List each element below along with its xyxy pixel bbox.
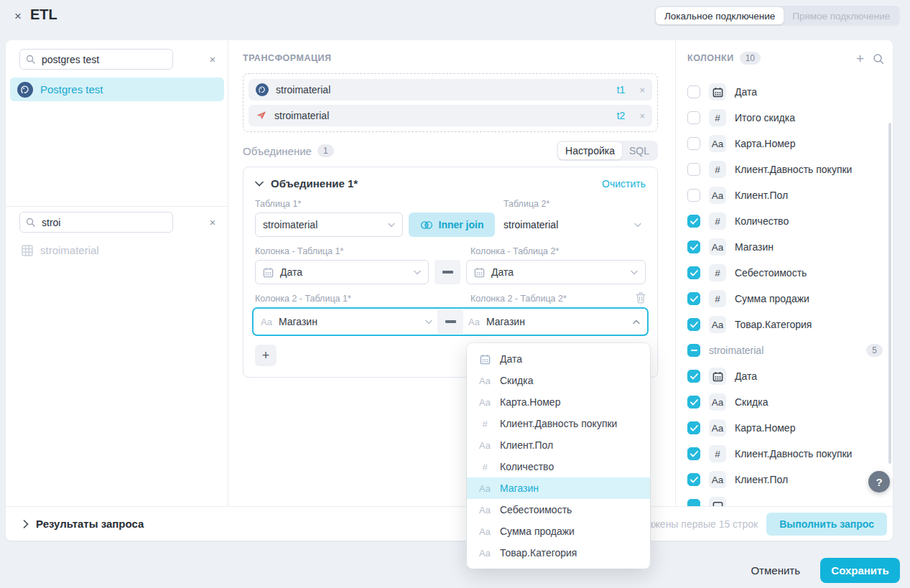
- column-row: Aa Клиент.Пол: [676, 182, 893, 208]
- chevron-down-icon: [388, 223, 395, 228]
- checkbox[interactable]: [687, 85, 700, 98]
- dropdown-item[interactable]: Aa Скидка: [467, 370, 650, 391]
- calendar-icon: [478, 354, 491, 365]
- tab-direct-connection[interactable]: Прямое подключение: [784, 7, 899, 24]
- transform-table-name: stroimaterial: [276, 84, 330, 95]
- string-type-icon: Aa: [709, 393, 726, 411]
- transform-table-row[interactable]: stroimaterial t2 ×: [249, 105, 652, 126]
- column2-table1-select[interactable]: Aa Магазин: [256, 310, 437, 333]
- string-type-icon: Aa: [468, 317, 480, 327]
- chevron-down-icon[interactable]: [255, 181, 264, 187]
- dropdown-item-label: Клиент.Пол: [500, 439, 553, 451]
- column1-table1-select[interactable]: Дата: [255, 260, 429, 284]
- connection-search[interactable]: [19, 49, 173, 70]
- checkbox[interactable]: [687, 473, 700, 486]
- tab-settings[interactable]: Настройка: [558, 142, 622, 159]
- chevron-down-icon: [631, 270, 638, 275]
- column-group-row: stroimaterial 5: [676, 337, 893, 363]
- dropdown-item[interactable]: # Клиент.Давность покупки: [467, 413, 650, 434]
- remove-table-icon[interactable]: ×: [639, 85, 645, 95]
- delete-condition-icon[interactable]: [636, 292, 646, 304]
- table-item-stroimaterial[interactable]: stroimaterial: [22, 244, 99, 256]
- tab-local-connection[interactable]: Локальное подключение: [656, 7, 784, 24]
- calendar-icon: [474, 267, 485, 278]
- column-row: # Итого скидка: [676, 105, 893, 131]
- dropdown-item-label: Скидка: [500, 375, 533, 386]
- run-query-button[interactable]: Выполнить запрос: [766, 513, 887, 536]
- dropdown-item-selected[interactable]: Aa Магазин: [467, 477, 650, 499]
- save-button[interactable]: Сохранить: [820, 558, 900, 583]
- checkbox[interactable]: [687, 266, 700, 279]
- join-section-label: Объединение: [243, 145, 312, 157]
- column1-table2-value: Дата: [491, 266, 514, 278]
- column-row: Aa Карта.Номер: [676, 415, 893, 441]
- column-label: Дата: [735, 370, 757, 382]
- scrollbar-thumb[interactable]: [888, 123, 891, 464]
- dropdown-item[interactable]: Aa Сумма продажи: [467, 521, 650, 542]
- group-count-badge: 5: [866, 344, 883, 357]
- checkbox[interactable]: [687, 370, 700, 383]
- dropdown-item[interactable]: Дата: [467, 348, 650, 370]
- column-row: Aa Скидка: [676, 389, 893, 415]
- column2-table2-value: Магазин: [486, 316, 525, 327]
- tab-sql[interactable]: SQL: [622, 142, 656, 159]
- group-checkbox[interactable]: [687, 344, 700, 357]
- dropdown-item[interactable]: Aa Товар.Категория: [467, 542, 650, 564]
- checkbox[interactable]: [687, 241, 700, 253]
- close-etl-button[interactable]: ×: [10, 9, 26, 24]
- transformation-title: ТРАНСФОРМАЦИЯ: [243, 53, 332, 63]
- inner-join-icon: [420, 220, 433, 230]
- checkbox[interactable]: [687, 163, 700, 176]
- results-title[interactable]: Результаты запроса: [36, 518, 144, 530]
- dropdown-item[interactable]: Aa Клиент.Пол: [467, 434, 650, 456]
- remove-table-icon[interactable]: ×: [639, 111, 645, 121]
- table-search-input[interactable]: [40, 216, 167, 229]
- chevron-right-icon[interactable]: [23, 520, 29, 528]
- add-condition-button[interactable]: +: [255, 345, 277, 366]
- transform-table-alias: t2: [617, 110, 626, 121]
- clear-join-link[interactable]: Очистить: [602, 178, 646, 190]
- checkbox[interactable]: [687, 292, 700, 305]
- checkbox[interactable]: [687, 318, 700, 331]
- table2-select[interactable]: stroimaterial: [499, 213, 646, 237]
- table1-select[interactable]: stroimaterial: [255, 213, 403, 237]
- string-type-icon: Aa: [478, 397, 491, 408]
- table-search[interactable]: [19, 212, 173, 233]
- number-type-icon: #: [478, 462, 491, 472]
- checkbox[interactable]: [687, 499, 700, 506]
- column2-table1-label: Колонка 2 - Таблица 1*: [255, 294, 351, 304]
- cancel-button[interactable]: Отменить: [751, 564, 800, 577]
- group-label: stroimaterial: [709, 345, 763, 356]
- checkbox[interactable]: [687, 137, 700, 150]
- date-type-icon: [709, 497, 726, 506]
- clear-table-search-button[interactable]: ×: [204, 213, 221, 230]
- search-columns-icon[interactable]: [873, 53, 884, 65]
- checkbox[interactable]: [687, 447, 700, 460]
- checkbox[interactable]: [687, 189, 700, 202]
- etl-editor-card: × Postgres test × stroimaterial ТРАНСФОР…: [6, 40, 893, 541]
- string-type-icon: Aa: [709, 471, 726, 488]
- checkbox[interactable]: [687, 111, 700, 124]
- dropdown-item[interactable]: Aa Себестоимость: [467, 499, 650, 521]
- column-label: Клиент.Пол: [735, 474, 788, 485]
- date-type-icon: [709, 83, 726, 101]
- transform-table-row[interactable]: stroimaterial t1 ×: [249, 79, 652, 101]
- dropdown-item[interactable]: # Количество: [467, 456, 650, 477]
- dropdown-item[interactable]: Aa Карта.Номер: [467, 391, 650, 413]
- connection-item-postgres[interactable]: Postgres test: [10, 78, 224, 101]
- column2-table2-select[interactable]: Aa Магазин: [463, 310, 645, 333]
- join-type-button[interactable]: Inner join: [409, 213, 495, 237]
- table2-label: Таблица 2*: [503, 199, 549, 209]
- checkbox[interactable]: [687, 421, 700, 434]
- checkbox[interactable]: [687, 396, 700, 409]
- string-type-icon: Aa: [478, 526, 491, 537]
- table-item-label: stroimaterial: [40, 244, 99, 256]
- string-type-icon: Aa: [478, 505, 491, 515]
- clear-connection-search-button[interactable]: ×: [204, 50, 221, 67]
- add-column-icon[interactable]: +: [856, 52, 864, 65]
- help-button[interactable]: ?: [868, 471, 890, 493]
- connection-search-input[interactable]: [40, 53, 167, 66]
- checkbox[interactable]: [687, 215, 700, 228]
- number-type-icon: #: [709, 264, 726, 281]
- column1-table2-select[interactable]: Дата: [466, 260, 646, 284]
